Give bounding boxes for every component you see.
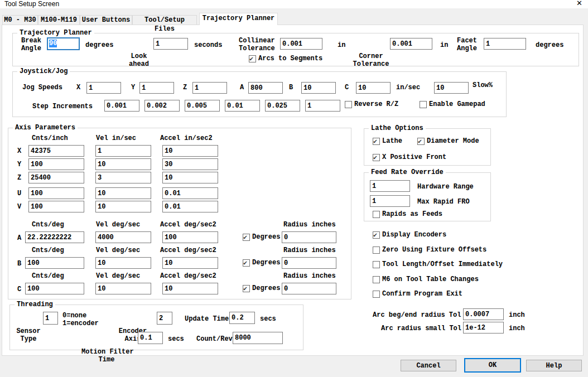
- jog-speed-y-input[interactable]: [139, 82, 174, 94]
- tab-tool-setup-files[interactable]: Tool/Setup Files: [132, 15, 197, 25]
- axis-label-v: V: [17, 203, 21, 211]
- b-degrees-checkbox[interactable]: [243, 259, 250, 267]
- z-cnts-input[interactable]: [28, 172, 84, 183]
- sensor-type-input[interactable]: [43, 312, 58, 325]
- a-radius-input[interactable]: [282, 231, 336, 243]
- zero-using-fixture-offsets-checkbox[interactable]: [373, 246, 380, 254]
- step-increment-6-input[interactable]: [305, 100, 340, 112]
- u-vel-input[interactable]: [95, 187, 151, 199]
- x-vel-input[interactable]: [95, 145, 151, 157]
- slow-percent-label: Slow%: [473, 81, 493, 89]
- step-increment-2-input[interactable]: [144, 100, 180, 112]
- reverse-rz-checkbox[interactable]: [345, 101, 352, 108]
- c-header-accel: Accel deg/sec2: [160, 272, 216, 280]
- arcs-to-segments-checkbox[interactable]: [249, 55, 256, 62]
- step-increment-1-input[interactable]: [104, 100, 139, 112]
- b-header-accel: Accel deg/sec2: [160, 246, 216, 254]
- collinear-tolerance-input[interactable]: [280, 38, 322, 50]
- linear-header-vel: Vel in/sec: [96, 134, 136, 142]
- corner-tolerance-input[interactable]: [390, 38, 432, 50]
- arc-beg-end-radius-tol-input[interactable]: [463, 308, 504, 320]
- c-radius-input[interactable]: [282, 283, 336, 294]
- facet-angle-label-line2: Angle: [457, 45, 477, 52]
- update-time-unit: secs: [260, 315, 276, 323]
- update-time-input[interactable]: [229, 312, 255, 324]
- title-bar: Tool Setup Screen ✕: [0, 0, 588, 8]
- u-cnts-input[interactable]: [28, 187, 84, 199]
- c-degrees-checkbox[interactable]: [243, 285, 250, 292]
- step-increment-3-input[interactable]: [185, 100, 220, 112]
- c-cnts-input[interactable]: [25, 283, 84, 294]
- tab-m0-m30[interactable]: M0 - M30: [2, 15, 38, 25]
- axis-parameters-group-label: Axis Parameters: [13, 124, 78, 132]
- max-rapid-fro-input[interactable]: [370, 195, 410, 207]
- x-positive-front-checkbox[interactable]: [373, 154, 380, 161]
- b-degrees-label: Degrees: [252, 259, 280, 267]
- jog-speed-z-input[interactable]: [192, 82, 227, 94]
- x-cnts-input[interactable]: [28, 145, 84, 157]
- count-rev-label: Count/Rev: [196, 335, 233, 343]
- a-degrees-checkbox[interactable]: [243, 234, 250, 241]
- tab-trajectory-planner[interactable]: Trajectory Planner: [199, 13, 278, 25]
- lathe-checkbox[interactable]: [373, 138, 380, 145]
- a-vel-input[interactable]: [95, 231, 151, 243]
- step-increment-4-input[interactable]: [225, 100, 260, 112]
- diameter-mode-option: Diameter Mode: [417, 137, 479, 145]
- cancel-button[interactable]: Cancel: [401, 360, 456, 371]
- b-header-vel: Vel deg/sec: [96, 246, 140, 254]
- help-button[interactable]: Help: [526, 360, 582, 371]
- c-vel-input[interactable]: [95, 283, 151, 294]
- jog-speed-a-input[interactable]: [248, 82, 283, 94]
- hardware-range-input[interactable]: [370, 180, 410, 192]
- b-vel-input[interactable]: [95, 257, 151, 269]
- encoder-axis-input[interactable]: [157, 312, 172, 325]
- z-accel-input[interactable]: [162, 172, 218, 183]
- facet-angle-input[interactable]: [484, 38, 526, 50]
- step-increment-5-input[interactable]: [265, 100, 300, 112]
- b-cnts-input[interactable]: [25, 257, 84, 269]
- axis-label-y: Y: [17, 161, 21, 168]
- v-accel-input[interactable]: [162, 201, 218, 212]
- reverse-rz-label: Reverse R/Z: [354, 100, 398, 108]
- c-accel-input[interactable]: [162, 283, 218, 294]
- jog-speed-b-input[interactable]: [301, 82, 336, 94]
- v-cnts-input[interactable]: [28, 201, 84, 212]
- sensor-type-hint-line2: 1=encoder: [62, 320, 99, 327]
- display-encoders-checkbox[interactable]: [373, 231, 380, 239]
- b-radius-input[interactable]: [282, 257, 336, 269]
- display-encoders-label: Display Encoders: [382, 231, 446, 239]
- arc-radius-small-tol-input[interactable]: [463, 322, 504, 334]
- y-vel-input[interactable]: [95, 158, 151, 170]
- tool-length-offset-immediately-checkbox[interactable]: [373, 261, 380, 268]
- confirm-program-exit-checkbox[interactable]: [373, 291, 380, 298]
- y-accel-input[interactable]: [162, 158, 218, 170]
- break-angle-selected-text: 90: [49, 40, 57, 47]
- v-vel-input[interactable]: [95, 201, 151, 212]
- ok-button[interactable]: OK: [464, 358, 521, 373]
- a-cnts-input[interactable]: [25, 231, 84, 243]
- b-accel-input[interactable]: [162, 257, 218, 269]
- z-vel-input[interactable]: [95, 172, 151, 183]
- m6-on-tool-table-changes-checkbox[interactable]: [373, 276, 380, 283]
- jog-unit-label: in/sec: [396, 84, 420, 91]
- diameter-mode-checkbox[interactable]: [417, 138, 425, 145]
- tab-user-buttons[interactable]: User Buttons: [80, 15, 132, 25]
- break-angle-input[interactable]: 90: [47, 37, 80, 50]
- slow-percent-input[interactable]: [434, 82, 469, 94]
- tab-m100-m119[interactable]: M100-M119: [38, 15, 80, 25]
- rapids-as-feeds-checkbox[interactable]: [373, 211, 380, 218]
- look-ahead-input[interactable]: [153, 38, 188, 50]
- zero-using-fixture-offsets-label: Zero Using Fixture Offsets: [382, 246, 486, 254]
- u-accel-input[interactable]: [162, 187, 218, 199]
- motion-filter-time-input[interactable]: [138, 332, 163, 344]
- jog-speed-x-input[interactable]: [86, 82, 121, 94]
- y-cnts-input[interactable]: [28, 158, 84, 170]
- a-accel-input[interactable]: [162, 231, 218, 243]
- jog-speed-c-input[interactable]: [356, 82, 391, 94]
- count-rev-input[interactable]: [233, 332, 283, 344]
- close-icon[interactable]: ✕: [576, 0, 582, 7]
- x-accel-input[interactable]: [162, 145, 218, 157]
- display-encoders-option: Display Encoders: [373, 231, 446, 239]
- enable-gamepad-checkbox[interactable]: [420, 101, 427, 108]
- jog-axis-label-a: A: [240, 84, 244, 91]
